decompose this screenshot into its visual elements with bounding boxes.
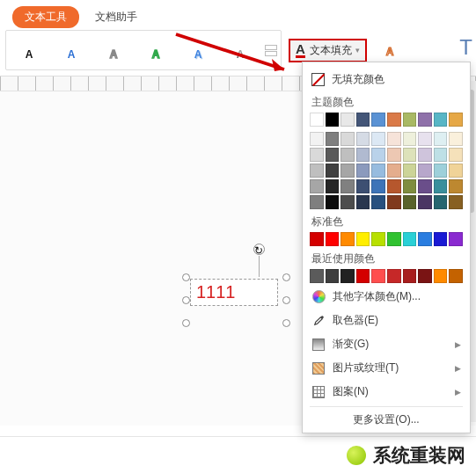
other-colors-option[interactable]: 其他字体颜色(M)... (310, 285, 463, 309)
color-swatch[interactable] (326, 132, 340, 146)
resize-handle[interactable] (282, 319, 290, 327)
color-swatch[interactable] (403, 195, 417, 209)
color-swatch[interactable] (387, 132, 401, 146)
style-preset-6[interactable]: A (221, 33, 260, 68)
color-swatch[interactable] (341, 113, 355, 127)
color-swatch[interactable] (403, 148, 417, 162)
color-swatch[interactable] (418, 113, 432, 127)
color-swatch[interactable] (449, 195, 463, 209)
color-swatch[interactable] (387, 179, 401, 193)
color-swatch[interactable] (326, 113, 340, 127)
style-preset-1[interactable]: A (10, 33, 48, 68)
color-swatch[interactable] (356, 232, 370, 246)
color-swatch[interactable] (371, 195, 385, 209)
color-swatch[interactable] (341, 232, 355, 246)
color-swatch[interactable] (387, 232, 401, 246)
color-swatch[interactable] (387, 195, 401, 209)
selected-textbox-group[interactable]: ↻ 1111 (187, 254, 290, 319)
color-swatch[interactable] (434, 132, 448, 146)
color-swatch[interactable] (449, 232, 463, 246)
color-swatch[interactable] (403, 179, 417, 193)
eyedropper-option[interactable]: 取色器(E) (310, 309, 463, 332)
color-swatch[interactable] (371, 113, 385, 127)
color-swatch[interactable] (310, 148, 324, 162)
pattern-option[interactable]: 图案(N) ▶ (310, 380, 463, 404)
color-swatch[interactable] (449, 132, 463, 146)
color-swatch[interactable] (387, 164, 401, 178)
color-swatch[interactable] (310, 179, 324, 193)
resize-handle[interactable] (282, 273, 290, 281)
color-swatch[interactable] (418, 195, 432, 209)
text-effects-button[interactable]: A (381, 41, 399, 59)
color-swatch[interactable] (310, 232, 324, 246)
color-swatch[interactable] (434, 164, 448, 178)
color-swatch[interactable] (310, 269, 324, 283)
resize-handle[interactable] (182, 273, 190, 281)
color-swatch[interactable] (434, 113, 448, 127)
color-swatch[interactable] (310, 164, 324, 178)
color-swatch[interactable] (403, 113, 417, 127)
color-swatch[interactable] (310, 195, 324, 209)
texture-option[interactable]: 图片或纹理(T) ▶ (310, 356, 463, 380)
style-preset-4[interactable]: A (136, 33, 175, 68)
more-settings-option[interactable]: 更多设置(O)... (310, 406, 463, 429)
color-swatch[interactable] (403, 164, 417, 178)
color-swatch[interactable] (449, 179, 463, 193)
color-swatch[interactable] (449, 113, 463, 127)
rotate-handle[interactable]: ↻ (253, 244, 265, 255)
color-swatch[interactable] (356, 164, 370, 178)
color-swatch[interactable] (341, 132, 355, 146)
color-swatch[interactable] (449, 269, 463, 283)
color-swatch[interactable] (356, 113, 370, 127)
color-swatch[interactable] (403, 132, 417, 146)
color-swatch[interactable] (387, 113, 401, 127)
text-transform-icon[interactable]: T (459, 35, 472, 60)
color-swatch[interactable] (356, 132, 370, 146)
color-swatch[interactable] (387, 269, 401, 283)
color-swatch[interactable] (418, 164, 432, 178)
doc-helper-link[interactable]: 文档助手 (95, 10, 137, 25)
color-swatch[interactable] (418, 148, 432, 162)
style-preset-3[interactable]: A (94, 33, 133, 68)
color-swatch[interactable] (341, 179, 355, 193)
color-swatch[interactable] (371, 232, 385, 246)
color-swatch[interactable] (418, 132, 432, 146)
color-swatch[interactable] (326, 232, 340, 246)
color-swatch[interactable] (326, 269, 340, 283)
color-swatch[interactable] (326, 179, 340, 193)
resize-handle[interactable] (282, 296, 290, 304)
text-content[interactable]: 1111 (190, 279, 278, 306)
style-preset-5[interactable]: A (179, 33, 217, 68)
color-swatch[interactable] (326, 164, 340, 178)
color-swatch[interactable] (403, 269, 417, 283)
color-swatch[interactable] (371, 132, 385, 146)
color-swatch[interactable] (403, 232, 417, 246)
color-swatch[interactable] (449, 164, 463, 178)
color-swatch[interactable] (356, 269, 370, 283)
color-swatch[interactable] (371, 148, 385, 162)
resize-handle[interactable] (182, 319, 190, 327)
color-swatch[interactable] (310, 113, 324, 127)
color-swatch[interactable] (387, 148, 401, 162)
no-fill-option[interactable]: 无填充颜色 (310, 68, 463, 91)
color-swatch[interactable] (356, 195, 370, 209)
color-swatch[interactable] (434, 269, 448, 283)
gradient-option[interactable]: 渐变(G) ▶ (310, 332, 463, 356)
color-swatch[interactable] (341, 195, 355, 209)
color-swatch[interactable] (356, 148, 370, 162)
color-swatch[interactable] (434, 148, 448, 162)
color-swatch[interactable] (449, 148, 463, 162)
color-swatch[interactable] (434, 179, 448, 193)
style-preset-2[interactable]: A (52, 33, 91, 68)
color-swatch[interactable] (371, 179, 385, 193)
color-swatch[interactable] (418, 269, 432, 283)
color-swatch[interactable] (434, 195, 448, 209)
text-fill-button[interactable]: A 文本填充 ▾ (289, 39, 367, 62)
color-swatch[interactable] (341, 164, 355, 178)
color-swatch[interactable] (356, 179, 370, 193)
text-tool-pill[interactable]: 文本工具 (12, 6, 79, 28)
color-swatch[interactable] (371, 164, 385, 178)
resize-handle[interactable] (182, 296, 190, 304)
color-swatch[interactable] (341, 269, 355, 283)
color-swatch[interactable] (418, 179, 432, 193)
